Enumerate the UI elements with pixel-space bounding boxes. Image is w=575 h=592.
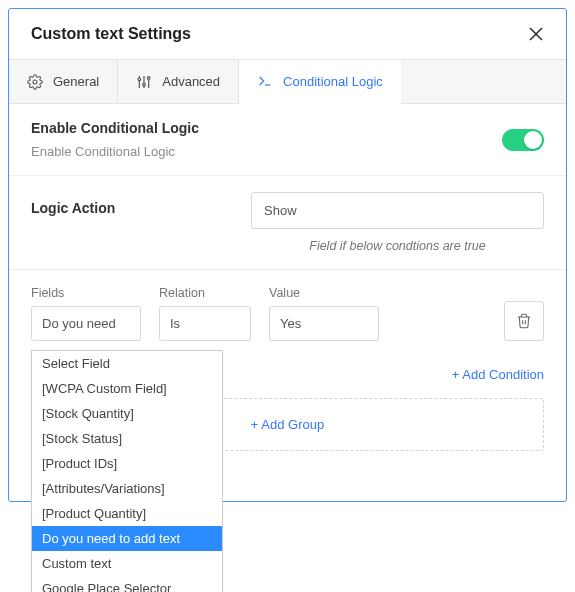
tab-conditional-logic[interactable]: Conditional Logic <box>239 60 401 104</box>
gear-icon <box>27 74 43 90</box>
enable-section: Enable Conditional Logic Enable Conditio… <box>9 104 566 176</box>
dropdown-option[interactable]: [Product IDs] <box>32 451 222 476</box>
svg-point-4 <box>138 78 141 81</box>
logic-action-section: Logic Action Show Field if below condtio… <box>9 176 566 270</box>
sliders-icon <box>136 74 152 90</box>
enable-toggle[interactable] <box>502 129 544 151</box>
svg-point-6 <box>143 83 146 86</box>
dropdown-option[interactable]: Select Field <box>32 351 222 376</box>
close-icon <box>528 26 544 42</box>
relation-column-label: Relation <box>159 286 251 300</box>
value-select-value: Yes <box>280 316 301 331</box>
fields-column-label: Fields <box>31 286 141 300</box>
relation-select-value: Is <box>170 316 180 331</box>
svg-point-8 <box>148 76 151 79</box>
field-select[interactable]: Do you need <box>31 306 141 341</box>
dropdown-option[interactable]: [WCPA Custom Field] <box>32 376 222 401</box>
dropdown-option[interactable]: [Product Quantity] <box>32 501 222 526</box>
enable-title: Enable Conditional Logic <box>31 120 199 136</box>
panel-header: Custom text Settings <box>9 9 566 59</box>
condition-row: Fields Do you need Relation Is Value Yes <box>31 286 544 341</box>
enable-desc: Enable Conditional Logic <box>31 144 199 159</box>
field-select-value: Do you need <box>42 316 116 331</box>
panel-title: Custom text Settings <box>31 25 191 43</box>
tab-general[interactable]: General <box>9 60 118 103</box>
tab-bar: General Advanced Conditional Logic <box>9 59 566 104</box>
toggle-knob <box>524 131 542 149</box>
logic-action-hint: Field if below condtions are true <box>251 239 544 253</box>
delete-condition-button[interactable] <box>504 301 544 341</box>
settings-panel: Custom text Settings General <box>8 8 567 502</box>
logic-action-select[interactable]: Show <box>251 192 544 229</box>
value-column-label: Value <box>269 286 379 300</box>
relation-select[interactable]: Is <box>159 306 251 341</box>
tab-label-advanced: Advanced <box>162 74 220 89</box>
svg-point-2 <box>33 80 37 84</box>
conditions-section: Fields Do you need Relation Is Value Yes <box>9 270 566 471</box>
tab-label-general: General <box>53 74 99 89</box>
dropdown-option[interactable]: Google Place Selector <box>32 576 222 592</box>
dropdown-option[interactable]: [Attributes/Variations] <box>32 476 222 501</box>
tab-advanced[interactable]: Advanced <box>118 60 239 103</box>
dropdown-option[interactable]: Custom text <box>32 551 222 576</box>
field-dropdown[interactable]: Select Field[WCPA Custom Field][Stock Qu… <box>31 350 223 592</box>
dropdown-option[interactable]: [Stock Quantity] <box>32 401 222 426</box>
logic-action-label: Logic Action <box>31 192 231 216</box>
terminal-icon <box>257 73 273 89</box>
value-select[interactable]: Yes <box>269 306 379 341</box>
dropdown-option[interactable]: Do you need to add text <box>32 526 222 551</box>
logic-action-value: Show <box>264 203 297 218</box>
dropdown-option[interactable]: [Stock Status] <box>32 426 222 451</box>
trash-icon <box>516 313 532 329</box>
close-button[interactable] <box>528 26 544 42</box>
tab-label-conditional: Conditional Logic <box>283 74 383 89</box>
